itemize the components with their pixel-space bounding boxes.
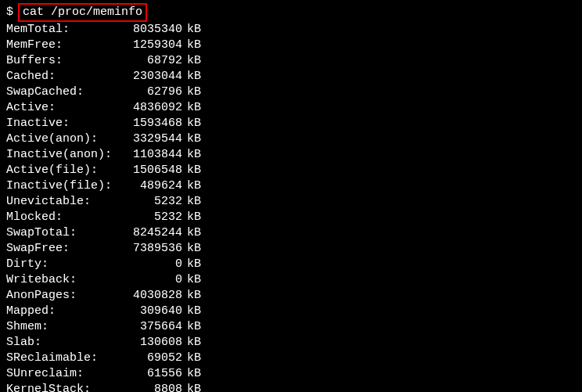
meminfo-row: Writeback:0kB bbox=[6, 272, 576, 288]
meminfo-row: SwapCached:62796kB bbox=[6, 85, 576, 100]
meminfo-label: SwapTotal: bbox=[6, 225, 120, 241]
meminfo-value: 309640 bbox=[120, 304, 182, 319]
meminfo-label: Active(file): bbox=[6, 163, 120, 178]
meminfo-value: 1593468 bbox=[120, 116, 182, 131]
meminfo-unit: kB bbox=[187, 194, 201, 210]
meminfo-unit: kB bbox=[187, 22, 201, 38]
meminfo-label: Mlocked: bbox=[6, 210, 120, 225]
meminfo-unit: kB bbox=[187, 210, 201, 225]
meminfo-value: 3329544 bbox=[120, 131, 182, 147]
meminfo-unit: kB bbox=[187, 178, 201, 194]
meminfo-unit: kB bbox=[187, 131, 201, 147]
meminfo-row: AnonPages:4030828kB bbox=[6, 288, 576, 304]
meminfo-value: 5232 bbox=[120, 210, 182, 225]
meminfo-unit: kB bbox=[187, 319, 201, 335]
meminfo-label: Inactive(file): bbox=[6, 178, 120, 194]
meminfo-label: SUnreclaim: bbox=[6, 366, 120, 382]
meminfo-unit: kB bbox=[187, 116, 201, 131]
meminfo-value: 61556 bbox=[120, 366, 182, 382]
meminfo-row: Unevictable:5232kB bbox=[6, 194, 576, 210]
meminfo-value: 1506548 bbox=[120, 163, 182, 178]
meminfo-row: Inactive(anon):1103844kB bbox=[6, 147, 576, 163]
meminfo-unit: kB bbox=[187, 288, 201, 304]
meminfo-value: 8808 bbox=[120, 382, 182, 392]
meminfo-label: Inactive: bbox=[6, 116, 120, 131]
meminfo-value: 69052 bbox=[120, 351, 182, 366]
meminfo-row: Inactive(file):489624kB bbox=[6, 178, 576, 194]
meminfo-output: MemTotal:8035340kBMemFree:1259304kBBuffe… bbox=[6, 22, 576, 392]
meminfo-unit: kB bbox=[187, 53, 201, 69]
meminfo-unit: kB bbox=[187, 335, 201, 351]
meminfo-row: SReclaimable:69052kB bbox=[6, 351, 576, 366]
meminfo-unit: kB bbox=[187, 69, 201, 85]
meminfo-unit: kB bbox=[187, 304, 201, 319]
meminfo-row: Cached:2303044kB bbox=[6, 69, 576, 85]
meminfo-unit: kB bbox=[187, 351, 201, 366]
meminfo-unit: kB bbox=[187, 38, 201, 53]
meminfo-unit: kB bbox=[187, 257, 201, 272]
meminfo-label: Cached: bbox=[6, 69, 120, 85]
meminfo-row: SwapTotal:8245244kB bbox=[6, 225, 576, 241]
meminfo-unit: kB bbox=[187, 382, 201, 392]
meminfo-row: Dirty:0kB bbox=[6, 257, 576, 272]
meminfo-row: Shmem:375664kB bbox=[6, 319, 576, 335]
meminfo-value: 4836092 bbox=[120, 100, 182, 116]
meminfo-value: 0 bbox=[120, 272, 182, 288]
command-text: cat /proc/meminfo bbox=[23, 5, 142, 19]
meminfo-label: SwapCached: bbox=[6, 85, 120, 100]
meminfo-value: 68792 bbox=[120, 53, 182, 69]
meminfo-row: Slab:130608kB bbox=[6, 335, 576, 351]
meminfo-label: MemFree: bbox=[6, 38, 120, 53]
meminfo-unit: kB bbox=[187, 225, 201, 241]
meminfo-row: Mapped:309640kB bbox=[6, 304, 576, 319]
meminfo-row: Active(file):1506548kB bbox=[6, 163, 576, 178]
meminfo-value: 0 bbox=[120, 257, 182, 272]
meminfo-label: Unevictable: bbox=[6, 194, 120, 210]
meminfo-value: 1103844 bbox=[120, 147, 182, 163]
meminfo-row: Buffers:68792kB bbox=[6, 53, 576, 69]
meminfo-label: Slab: bbox=[6, 335, 120, 351]
meminfo-row: SUnreclaim:61556kB bbox=[6, 366, 576, 382]
meminfo-label: MemTotal: bbox=[6, 22, 120, 38]
meminfo-label: AnonPages: bbox=[6, 288, 120, 304]
meminfo-value: 5232 bbox=[120, 194, 182, 210]
meminfo-value: 7389536 bbox=[120, 241, 182, 257]
meminfo-unit: kB bbox=[187, 366, 201, 382]
meminfo-label: SReclaimable: bbox=[6, 351, 120, 366]
meminfo-value: 8245244 bbox=[120, 225, 182, 241]
meminfo-row: MemTotal:8035340kB bbox=[6, 22, 576, 38]
meminfo-unit: kB bbox=[187, 272, 201, 288]
meminfo-row: KernelStack:8808kB bbox=[6, 382, 576, 392]
meminfo-row: MemFree:1259304kB bbox=[6, 38, 576, 53]
meminfo-unit: kB bbox=[187, 163, 201, 178]
meminfo-unit: kB bbox=[187, 100, 201, 116]
meminfo-unit: kB bbox=[187, 241, 201, 257]
meminfo-label: KernelStack: bbox=[6, 382, 120, 392]
meminfo-value: 2303044 bbox=[120, 69, 182, 85]
meminfo-value: 1259304 bbox=[120, 38, 182, 53]
meminfo-label: Active(anon): bbox=[6, 131, 120, 147]
meminfo-label: Mapped: bbox=[6, 304, 120, 319]
meminfo-row: Mlocked:5232kB bbox=[6, 210, 576, 225]
meminfo-value: 375664 bbox=[120, 319, 182, 335]
meminfo-label: Buffers: bbox=[6, 53, 120, 69]
meminfo-label: Inactive(anon): bbox=[6, 147, 120, 163]
command-highlight: cat /proc/meminfo bbox=[18, 3, 147, 22]
meminfo-value: 4030828 bbox=[120, 288, 182, 304]
prompt-line[interactable]: $ cat /proc/meminfo bbox=[6, 3, 576, 22]
meminfo-row: Active(anon):3329544kB bbox=[6, 131, 576, 147]
meminfo-value: 62796 bbox=[120, 85, 182, 100]
meminfo-unit: kB bbox=[187, 147, 201, 163]
meminfo-label: Dirty: bbox=[6, 257, 120, 272]
meminfo-label: SwapFree: bbox=[6, 241, 120, 257]
meminfo-value: 130608 bbox=[120, 335, 182, 351]
meminfo-row: SwapFree:7389536kB bbox=[6, 241, 576, 257]
meminfo-label: Shmem: bbox=[6, 319, 120, 335]
meminfo-label: Active: bbox=[6, 100, 120, 116]
meminfo-row: Active:4836092kB bbox=[6, 100, 576, 116]
meminfo-unit: kB bbox=[187, 85, 201, 100]
meminfo-value: 8035340 bbox=[120, 22, 182, 38]
meminfo-value: 489624 bbox=[120, 178, 182, 194]
prompt-symbol: $ bbox=[6, 5, 13, 20]
meminfo-label: Writeback: bbox=[6, 272, 120, 288]
